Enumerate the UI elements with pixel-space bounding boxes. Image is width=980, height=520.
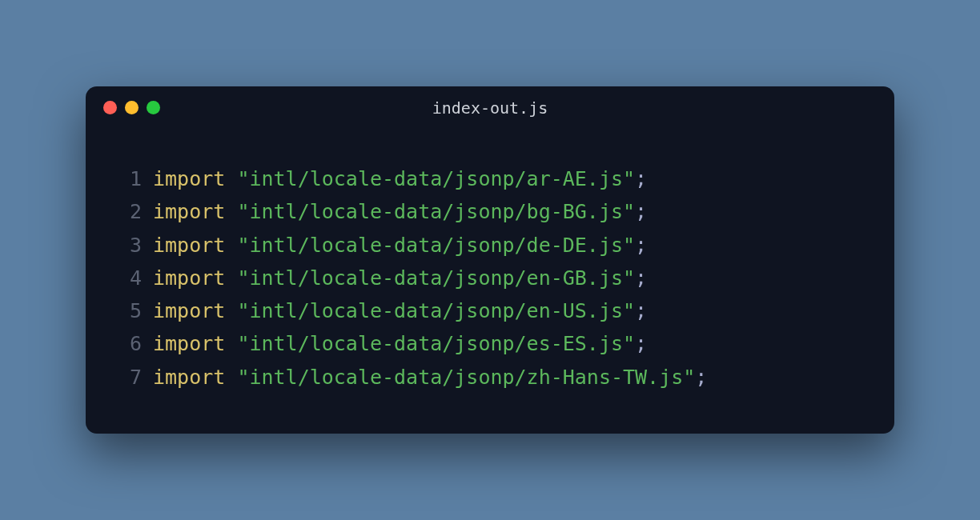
code-line: 4import "intl/locale-data/jsonp/en-GB.js… [110, 262, 870, 294]
semicolon: ; [635, 294, 647, 327]
keyword-import: import [153, 195, 225, 228]
code-line: 7import "intl/locale-data/jsonp/zh-Hans-… [110, 361, 870, 394]
window-titlebar: index-out.js [86, 86, 894, 126]
line-number: 2 [110, 195, 142, 228]
code-line: 1import "intl/locale-data/jsonp/ar-AE.js… [110, 162, 870, 195]
keyword-import: import [153, 327, 225, 360]
semicolon: ; [635, 162, 647, 195]
code-line: 5import "intl/locale-data/jsonp/en-US.js… [110, 294, 870, 327]
code-line: 2import "intl/locale-data/jsonp/bg-BG.js… [110, 195, 870, 228]
keyword-import: import [153, 361, 225, 394]
code-line: 3import "intl/locale-data/jsonp/de-DE.js… [110, 229, 870, 262]
semicolon: ; [635, 327, 647, 360]
semicolon: ; [635, 195, 647, 228]
close-icon[interactable] [103, 101, 117, 114]
string-literal: "intl/locale-data/jsonp/zh-Hans-TW.js" [237, 361, 695, 394]
maximize-icon[interactable] [147, 101, 160, 114]
string-literal: "intl/locale-data/jsonp/es-ES.js" [237, 327, 635, 360]
window-title: index-out.js [432, 98, 548, 118]
line-number: 4 [110, 262, 142, 294]
line-number: 6 [110, 327, 142, 360]
keyword-import: import [153, 262, 225, 294]
keyword-import: import [153, 294, 225, 327]
line-number: 5 [110, 294, 142, 327]
traffic-lights [103, 101, 160, 114]
code-line: 6import "intl/locale-data/jsonp/es-ES.js… [110, 327, 870, 360]
line-number: 1 [110, 162, 142, 195]
keyword-import: import [153, 229, 225, 262]
line-number: 3 [110, 229, 142, 262]
string-literal: "intl/locale-data/jsonp/ar-AE.js" [237, 162, 635, 195]
string-literal: "intl/locale-data/jsonp/en-US.js" [237, 294, 635, 327]
editor-window: index-out.js 1import "intl/locale-data/j… [86, 86, 894, 434]
keyword-import: import [153, 162, 225, 195]
semicolon: ; [635, 262, 647, 294]
string-literal: "intl/locale-data/jsonp/de-DE.js" [237, 229, 635, 262]
string-literal: "intl/locale-data/jsonp/bg-BG.js" [237, 195, 635, 228]
code-editor[interactable]: 1import "intl/locale-data/jsonp/ar-AE.js… [86, 126, 894, 434]
semicolon: ; [635, 229, 647, 262]
minimize-icon[interactable] [125, 101, 139, 114]
semicolon: ; [695, 361, 707, 394]
string-literal: "intl/locale-data/jsonp/en-GB.js" [237, 262, 635, 294]
line-number: 7 [110, 361, 142, 394]
